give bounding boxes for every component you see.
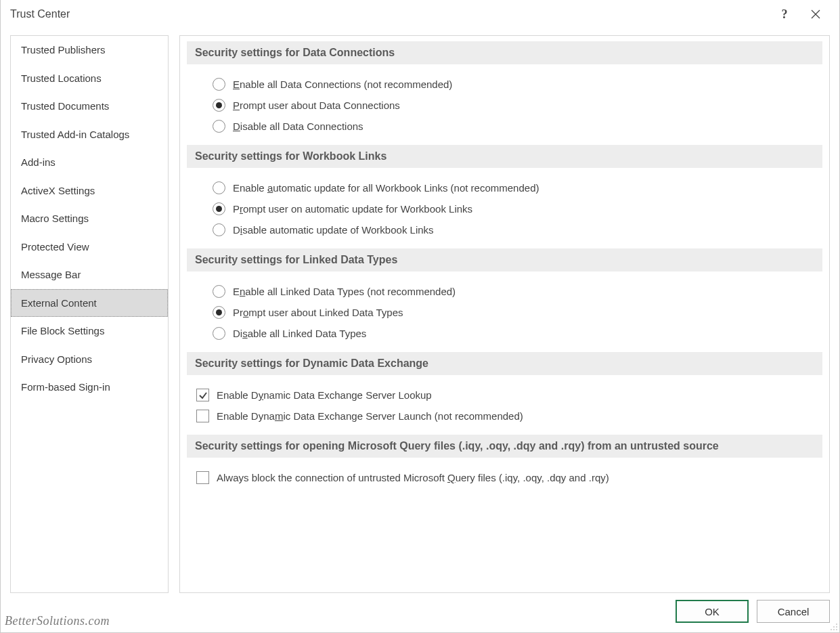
section-header-dde: Security settings for Dynamic Data Excha…: [187, 352, 822, 375]
option-label: Enable all Data Connections (not recomme…: [233, 79, 452, 90]
svg-point-6: [833, 629, 835, 630]
section-header-query_files: Security settings for opening Microsoft …: [187, 435, 822, 458]
option-label: Prompt user on automatic update for Work…: [233, 203, 472, 215]
sidebar-item-trusted-addin-catalogs[interactable]: Trusted Add-in Catalogs: [11, 121, 168, 149]
svg-point-7: [836, 629, 837, 630]
dialog-footer: OK Cancel: [1, 593, 839, 632]
help-icon[interactable]: ?: [769, 3, 800, 25]
sidebar-item-label: Add-ins: [21, 156, 56, 168]
sidebar-item-label: Macro Settings: [21, 213, 89, 224]
option-row[interactable]: Prompt user about Data Connections: [213, 95, 822, 116]
radio-disable-workbook-links[interactable]: [213, 223, 225, 236]
sidebar-item-label: File Block Settings: [21, 325, 104, 336]
sidebar-item-activex-settings[interactable]: ActiveX Settings: [11, 177, 168, 205]
option-label: Always block the connection of untrusted…: [217, 472, 609, 483]
sidebar-item-external-content[interactable]: External Content: [11, 289, 168, 318]
sidebar: Trusted PublishersTrusted LocationsTrust…: [10, 35, 169, 593]
radio-enable-linked-data-types[interactable]: [213, 285, 225, 298]
sidebar-item-protected-view[interactable]: Protected View: [11, 233, 168, 261]
section-header-linked_data_types: Security settings for Linked Data Types: [187, 248, 822, 271]
option-label: Disable automatic update of Workbook Lin…: [233, 224, 434, 236]
svg-point-5: [831, 629, 832, 630]
sidebar-item-add-ins[interactable]: Add-ins: [11, 148, 168, 177]
radio-enable-all-data-connections[interactable]: [213, 78, 225, 91]
radio-disable-linked-data-types[interactable]: [213, 327, 225, 340]
check-dde-server-lookup[interactable]: [196, 389, 209, 401]
resize-grip-icon[interactable]: [827, 620, 838, 631]
radio-prompt-workbook-links[interactable]: [213, 202, 225, 215]
cancel-button[interactable]: Cancel: [757, 600, 830, 623]
option-label: Enable automatic update for all Workbook…: [233, 182, 539, 194]
option-row[interactable]: Always block the connection of untrusted…: [196, 467, 822, 488]
section-header-workbook_links: Security settings for Workbook Links: [187, 145, 822, 168]
option-row[interactable]: Disable all Data Connections: [213, 116, 822, 137]
option-row[interactable]: Prompt user on automatic update for Work…: [213, 198, 822, 219]
option-label: Disable all Data Connections: [233, 121, 363, 132]
option-row[interactable]: Enable all Data Connections (not recomme…: [213, 74, 822, 95]
sidebar-item-label: Trusted Documents: [21, 100, 109, 112]
sidebar-item-form-based-sign-in[interactable]: Form-based Sign-in: [11, 373, 168, 401]
sidebar-item-trusted-locations[interactable]: Trusted Locations: [11, 64, 168, 93]
close-icon[interactable]: [800, 3, 831, 25]
sidebar-item-label: ActiveX Settings: [21, 185, 95, 196]
sidebar-item-file-block-settings[interactable]: File Block Settings: [11, 317, 168, 345]
sidebar-item-trusted-documents[interactable]: Trusted Documents: [11, 92, 168, 121]
option-row[interactable]: Enable Dynamic Data Exchange Server Laun…: [196, 406, 822, 427]
sidebar-item-label: Trusted Publishers: [21, 44, 106, 56]
sidebar-item-label: External Content: [21, 297, 97, 309]
option-label: Prompt user about Data Connections: [233, 100, 400, 111]
radio-enable-auto-workbook-links[interactable]: [213, 181, 225, 194]
svg-point-3: [833, 626, 835, 628]
option-label: Enable Dynamic Data Exchange Server Laun…: [217, 410, 523, 422]
window-title: Trust Center: [10, 8, 70, 20]
svg-point-4: [836, 626, 837, 628]
option-row[interactable]: Disable automatic update of Workbook Lin…: [213, 219, 822, 240]
ok-button[interactable]: OK: [676, 600, 749, 623]
sidebar-item-privacy-options[interactable]: Privacy Options: [11, 345, 168, 374]
sidebar-item-label: Protected View: [21, 241, 89, 253]
sidebar-item-macro-settings[interactable]: Macro Settings: [11, 204, 168, 233]
option-label: Prompt user about Linked Data Types: [233, 307, 403, 318]
radio-disable-all-data-connections[interactable]: [213, 120, 225, 133]
section-header-data_connections: Security settings for Data Connections: [187, 41, 822, 64]
option-row[interactable]: Enable automatic update for all Workbook…: [213, 177, 822, 198]
option-label: Enable Dynamic Data Exchange Server Look…: [217, 389, 432, 401]
sidebar-item-label: Message Bar: [21, 269, 81, 280]
radio-prompt-linked-data-types[interactable]: [213, 306, 225, 319]
option-row[interactable]: Enable all Linked Data Types (not recomm…: [213, 281, 822, 302]
sidebar-item-trusted-publishers[interactable]: Trusted Publishers: [11, 36, 168, 64]
check-block-untrusted-query-files[interactable]: [196, 471, 209, 484]
option-label: Enable all Linked Data Types (not recomm…: [233, 286, 456, 297]
sidebar-item-label: Trusted Add-in Catalogs: [21, 129, 129, 140]
option-row[interactable]: Enable Dynamic Data Exchange Server Look…: [196, 385, 822, 406]
radio-prompt-data-connections[interactable]: [213, 99, 225, 112]
watermark: BetterSolutions.com: [5, 614, 110, 628]
sidebar-item-label: Trusted Locations: [21, 72, 102, 84]
sidebar-item-message-bar[interactable]: Message Bar: [11, 261, 168, 289]
sidebar-item-label: Form-based Sign-in: [21, 381, 110, 393]
svg-point-2: [836, 624, 837, 625]
option-row[interactable]: Disable all Linked Data Types: [213, 323, 822, 344]
titlebar: Trust Center ?: [1, 0, 839, 28]
sidebar-item-label: Privacy Options: [21, 353, 92, 365]
option-row[interactable]: Prompt user about Linked Data Types: [213, 302, 822, 323]
option-label: Disable all Linked Data Types: [233, 328, 366, 339]
content-panel: Security settings for Data ConnectionsEn…: [179, 35, 830, 593]
check-dde-server-launch[interactable]: [196, 410, 209, 422]
